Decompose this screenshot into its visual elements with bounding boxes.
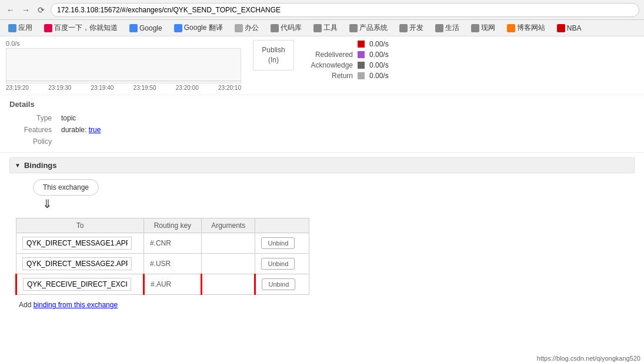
bookmark-baidu[interactable]: 百度一下，你就知道 [41, 22, 121, 34]
bindings-table: To Routing key Arguments #.CNRUnbind#.US… [15, 218, 309, 295]
return-value: 0.00/s [369, 72, 389, 80]
time-label-6: 23:20:10 [218, 85, 241, 91]
bookmark-office-label: 办公 [245, 23, 259, 33]
bookmark-apps[interactable]: 应用 [5, 22, 36, 34]
forward-button[interactable]: → [20, 4, 32, 16]
return-color [358, 72, 365, 79]
routing-key-cell: #.CNR [144, 233, 201, 254]
bookmark-google-label: Google [139, 24, 162, 32]
bookmark-nba[interactable]: NBA [553, 23, 585, 33]
col-to: To [16, 219, 144, 233]
time-label-4: 23:19:50 [134, 85, 156, 91]
life-icon [435, 24, 443, 32]
bookmark-life-label: 生活 [445, 23, 459, 33]
baidu-icon [44, 24, 52, 32]
flow-container: This exchange ⇓ [33, 179, 635, 212]
bookmark-google-translate[interactable]: Google 翻译 [171, 22, 226, 34]
unbind-button[interactable]: Unbind [262, 278, 295, 290]
bookmark-baidu-label: 百度一下，你就知道 [54, 23, 118, 33]
back-button[interactable]: ← [5, 4, 16, 16]
bookmark-tools-label: 工具 [323, 23, 338, 33]
time-label-1: 23:19:20 [6, 85, 29, 91]
unbind-button[interactable]: Unbind [261, 237, 295, 249]
add-binding-link: Add binding from this exchange [19, 301, 625, 309]
dev-icon [399, 24, 408, 32]
policy-value [56, 136, 105, 147]
bookmark-blog-label: 博客网站 [517, 23, 545, 33]
col-action [255, 219, 309, 233]
rate-area: 0.00/s Redelivered 0.00/s Acknowledge 0.… [306, 40, 389, 80]
publish-button[interactable]: Publish (In) [253, 40, 294, 70]
binding-row: #.AURUnbind [16, 274, 309, 295]
acknowledge-rate: Acknowledge 0.00/s [306, 61, 389, 69]
bookmark-tools[interactable]: 工具 [310, 22, 341, 34]
nba-icon [557, 24, 565, 32]
bookmark-blog[interactable]: 博客网站 [503, 22, 549, 34]
return-label: Return [306, 72, 353, 80]
unbind-button[interactable]: Unbind [261, 258, 295, 270]
bookmark-network[interactable]: 现网 [468, 22, 499, 34]
redelivered-value: 0.00/s [369, 51, 389, 59]
bookmarks-bar: 应用 百度一下，你就知道 Google Google 翻译 办公 代码库 工具 … [0, 20, 644, 36]
unbind-cell: Unbind [255, 254, 309, 274]
bookmark-product-label: 产品系统 [359, 23, 388, 33]
network-icon [471, 24, 479, 32]
bookmark-network-label: 现网 [481, 23, 495, 33]
arrow-down: ⇓ [42, 198, 52, 210]
blog-icon [507, 24, 515, 32]
chart-time-labels: 23:19:20 23:19:30 23:19:40 23:19:50 23:2… [6, 85, 241, 91]
redelivered-color [358, 51, 365, 58]
features-label: Features [9, 124, 56, 136]
google-icon [129, 24, 138, 32]
bookmark-code[interactable]: 代码库 [267, 22, 305, 34]
redelivered-rate: Redelivered 0.00/s [306, 51, 389, 59]
apps-icon [8, 24, 16, 32]
publish-in-color [358, 41, 365, 48]
bindings-section: ▼ Bindings This exchange ⇓ To Routing ke… [0, 153, 644, 320]
reload-button[interactable]: ⟳ [35, 4, 47, 16]
binding-to-input[interactable] [22, 257, 132, 270]
type-value: topic [56, 112, 105, 124]
bookmark-product[interactable]: 产品系统 [346, 22, 391, 34]
bookmark-office[interactable]: 办公 [231, 22, 262, 34]
policy-row: Policy [9, 136, 105, 147]
bookmark-code-label: 代码库 [281, 23, 302, 33]
publish-sublabel: (In) [262, 55, 285, 65]
policy-label: Policy [9, 136, 56, 147]
bookmark-life[interactable]: 生活 [432, 22, 463, 34]
acknowledge-label: Acknowledge [306, 61, 353, 69]
features-row: Features durable: true [9, 124, 105, 136]
features-link[interactable]: true [89, 126, 101, 134]
bindings-title: Bindings [24, 161, 57, 170]
binding-to-input[interactable] [23, 278, 131, 291]
address-bar[interactable] [51, 3, 639, 17]
bookmark-dev[interactable]: 开发 [396, 22, 427, 34]
chart-top-label: 0.0/s [6, 40, 241, 47]
browser-bar: ← → ⟳ [0, 0, 644, 20]
routing-key-cell: #.USR [144, 254, 201, 274]
binding-to-cell [16, 254, 144, 274]
col-arguments: Arguments [201, 219, 255, 233]
type-row: Type topic [9, 112, 105, 124]
binding-to-input[interactable] [22, 237, 132, 250]
publish-in-rate: 0.00/s [306, 40, 389, 48]
bookmark-google[interactable]: Google [126, 23, 166, 33]
add-binding-action[interactable]: binding from this exchange [34, 301, 118, 309]
office-icon [235, 24, 243, 32]
bindings-header-row: To Routing key Arguments [16, 219, 309, 233]
bookmark-dev-label: 开发 [409, 23, 423, 33]
time-label-5: 23:20:00 [176, 85, 199, 91]
time-label-2: 23:19:30 [48, 85, 71, 91]
bookmark-google-translate-label: Google 翻译 [184, 23, 223, 33]
bindings-header[interactable]: ▼ Bindings [9, 157, 635, 173]
acknowledge-color [358, 62, 365, 69]
product-icon [349, 24, 358, 32]
type-label: Type [9, 112, 56, 124]
return-rate: Return 0.00/s [306, 72, 389, 80]
features-text: durable: [61, 126, 89, 134]
unbind-cell: Unbind [255, 274, 309, 295]
col-routing-key: Routing key [144, 219, 201, 233]
details-section: Details Type topic Features durable: tru… [0, 95, 644, 153]
publish-in-value: 0.00/s [369, 40, 389, 48]
arguments-cell [201, 274, 255, 295]
